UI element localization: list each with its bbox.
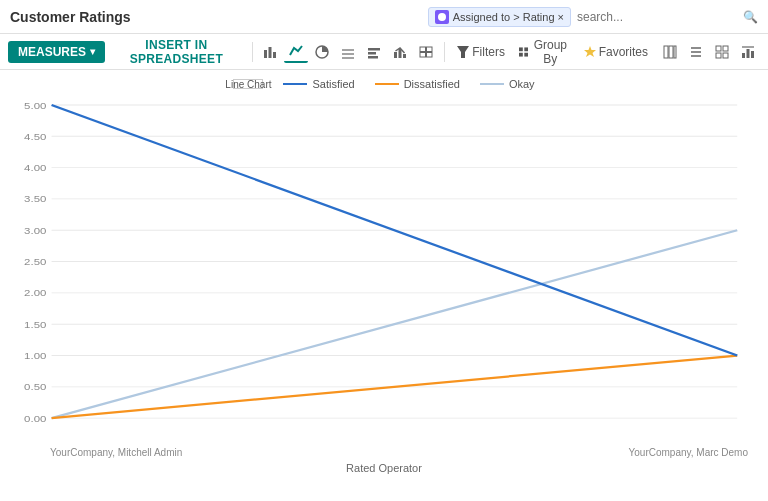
group-by-label: Group By (531, 38, 570, 66)
top-bar: Customer Ratings Assigned to > Rating × … (0, 0, 768, 34)
svg-text:2.50: 2.50 (24, 256, 46, 267)
chart-line-icon-button[interactable] (284, 41, 308, 63)
filter-icon (457, 46, 469, 58)
measures-arrow-icon: ▾ (90, 46, 95, 57)
svg-rect-24 (664, 46, 668, 58)
view-icons (658, 42, 760, 62)
legend-satisfied-line (283, 83, 307, 85)
app-title: Customer Ratings (10, 9, 131, 25)
svg-rect-33 (723, 53, 728, 58)
svg-rect-10 (368, 56, 378, 59)
legend-okay-label: Okay (509, 78, 535, 90)
star-icon (584, 46, 596, 58)
filter-tag[interactable]: Assigned to > Rating × (428, 7, 571, 27)
insert-spreadsheet-button[interactable]: INSERT IN SPREADSHEET (107, 34, 246, 70)
chart-legend: Line Chart Satisfied Dissatisfied Okay (10, 78, 758, 90)
x-label-left: YourCompany, Mitchell Admin (50, 447, 182, 458)
legend-dissatisfied: Dissatisfied (375, 78, 460, 90)
filter-tag-icon (435, 10, 449, 24)
svg-marker-23 (584, 46, 596, 57)
svg-text:4.50: 4.50 (24, 131, 46, 142)
chart-stacked-icon-button[interactable] (336, 42, 360, 62)
legend-dissatisfied-line (375, 83, 399, 85)
svg-rect-17 (427, 52, 433, 57)
toolbar-separator-2 (444, 42, 445, 62)
filter-tag-text: Assigned to > Rating × (453, 11, 564, 23)
svg-text:1.00: 1.00 (24, 350, 46, 361)
favorites-label: Favorites (599, 45, 648, 59)
svg-point-0 (438, 13, 446, 21)
filters-label: Filters (472, 45, 505, 59)
search-input[interactable] (577, 10, 737, 24)
svg-marker-18 (457, 46, 469, 58)
chart-container: Line Chart Satisfied Dissatisfied Okay (0, 70, 768, 501)
legend-chart-type-box: Line Chart (233, 79, 263, 89)
svg-rect-30 (716, 46, 721, 51)
svg-rect-9 (368, 52, 376, 55)
group-by-button[interactable]: Group By (513, 35, 576, 69)
search-area: Assigned to > Rating × 🔍 (428, 7, 758, 27)
view-chart-button[interactable] (736, 42, 760, 62)
svg-rect-26 (674, 46, 676, 58)
svg-rect-15 (427, 47, 433, 52)
legend-satisfied: Satisfied (283, 78, 354, 90)
chart-table-icon-button[interactable] (414, 42, 438, 62)
toolbar: MEASURES ▾ INSERT IN SPREADSHEET Filters… (0, 34, 768, 70)
filters-button[interactable]: Filters (451, 42, 511, 62)
measures-label: MEASURES (18, 45, 86, 59)
legend-dissatisfied-label: Dissatisfied (404, 78, 460, 90)
legend-okay: Okay (480, 78, 535, 90)
chart-svg: 5.00 4.50 4.00 3.50 3.00 2.50 2.00 1.50 … (10, 96, 758, 445)
svg-rect-19 (519, 47, 523, 51)
svg-rect-36 (751, 51, 754, 58)
svg-text:4.00: 4.00 (24, 162, 46, 173)
x-label-right: YourCompany, Marc Demo (629, 447, 749, 458)
svg-rect-21 (519, 52, 523, 56)
view-kanban-button[interactable] (658, 42, 682, 62)
svg-rect-14 (420, 47, 426, 52)
svg-rect-2 (269, 47, 272, 58)
svg-rect-20 (524, 47, 528, 51)
svg-text:2.00: 2.00 (24, 287, 46, 298)
measures-button[interactable]: MEASURES ▾ (8, 41, 105, 63)
svg-rect-25 (669, 46, 673, 58)
legend-satisfied-label: Satisfied (312, 78, 354, 90)
chart-combo-icon-button[interactable] (388, 42, 412, 62)
svg-text:3.00: 3.00 (24, 225, 46, 236)
view-list-button[interactable] (684, 42, 708, 62)
svg-rect-3 (273, 52, 276, 58)
view-grid-button[interactable] (710, 42, 734, 62)
svg-rect-16 (420, 52, 426, 57)
toolbar-separator (252, 42, 253, 62)
x-axis-title: Rated Operator (10, 462, 758, 474)
svg-rect-22 (524, 52, 528, 56)
chart-pie-icon-button[interactable] (310, 42, 334, 62)
svg-text:0.50: 0.50 (24, 381, 46, 392)
svg-rect-35 (747, 49, 750, 58)
svg-text:5.00: 5.00 (24, 99, 46, 110)
svg-text:0.00: 0.00 (24, 413, 46, 424)
svg-rect-13 (403, 54, 406, 58)
group-by-icon (519, 46, 528, 58)
legend-chart-type: Line Chart (225, 79, 271, 90)
favorites-button[interactable]: Favorites (578, 42, 654, 62)
svg-rect-1 (264, 50, 267, 58)
svg-rect-34 (742, 53, 745, 58)
svg-rect-12 (399, 49, 402, 58)
svg-rect-11 (394, 52, 397, 58)
svg-text:3.50: 3.50 (24, 193, 46, 204)
chart-svg-wrapper: 5.00 4.50 4.00 3.50 3.00 2.50 2.00 1.50 … (10, 96, 758, 445)
chart-bar2-icon-button[interactable] (362, 42, 386, 62)
x-axis-labels: YourCompany, Mitchell Admin YourCompany,… (10, 445, 758, 458)
svg-rect-31 (723, 46, 728, 51)
svg-text:1.50: 1.50 (24, 319, 46, 330)
legend-okay-line (480, 83, 504, 85)
chart-bar-icon-button[interactable] (258, 42, 282, 62)
search-icon[interactable]: 🔍 (743, 10, 758, 24)
svg-rect-32 (716, 53, 721, 58)
svg-rect-8 (368, 48, 380, 51)
